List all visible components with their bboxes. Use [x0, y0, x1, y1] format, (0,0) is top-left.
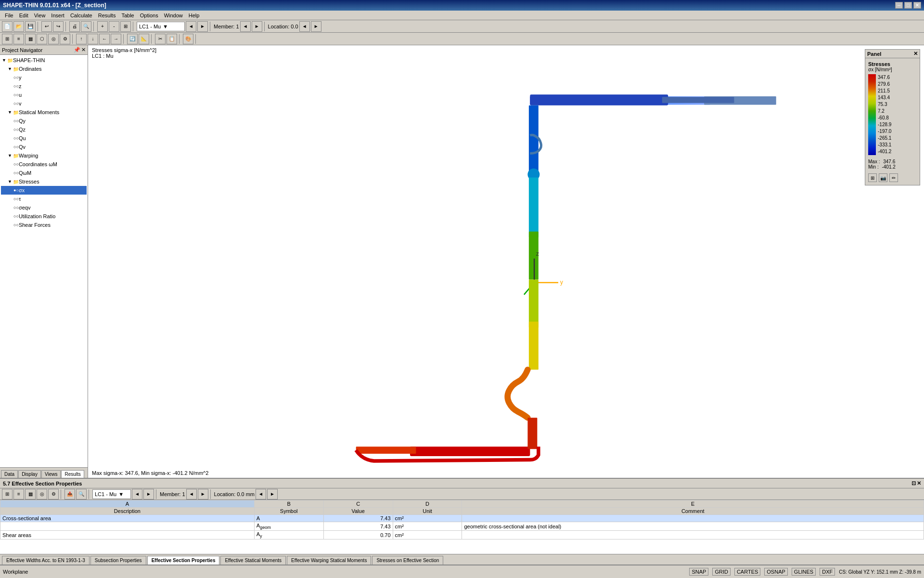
tb2-btn2[interactable]: ≡ — [13, 34, 24, 44]
tb2-colorscale[interactable]: 🎨 — [183, 34, 193, 44]
menu-window[interactable]: Window — [161, 12, 186, 19]
new-button[interactable]: 📄 — [2, 21, 13, 32]
btab-4[interactable]: Effective Warping Statical Moments — [287, 556, 371, 565]
menu-options[interactable]: Options — [137, 12, 161, 19]
tab-display[interactable]: Display — [18, 470, 41, 478]
btb-prev-member[interactable]: ◄ — [186, 489, 197, 499]
menu-help[interactable]: Help — [186, 12, 203, 19]
tab-views[interactable]: Views — [41, 470, 61, 478]
nav-statical-moments[interactable]: ▼ 📁 Statical Moments — [1, 108, 87, 117]
btb-next-member[interactable]: ► — [198, 489, 208, 499]
nav-ordinates[interactable]: ▼ 📁 Ordinates — [1, 65, 87, 73]
redo-button[interactable]: ↪ — [53, 21, 64, 32]
tb2-btn10[interactable]: → — [111, 34, 121, 44]
save-button[interactable]: 💾 — [25, 21, 36, 32]
btb-btn5[interactable]: ⚙ — [48, 489, 59, 499]
tb2-btn8[interactable]: ↓ — [88, 34, 98, 44]
nav-stress-seq[interactable]: ○ ○ σeqv — [1, 203, 87, 212]
tb2-btn7[interactable]: ↑ — [76, 34, 87, 44]
tb2-btn11[interactable]: 🔄 — [127, 34, 138, 44]
nav-warping[interactable]: ▼ 📁 Warping — [1, 151, 87, 160]
panel-icon2[interactable]: 📷 — [879, 173, 887, 182]
bottom-close[interactable]: ✕ — [917, 480, 921, 486]
fit-button[interactable]: ⊞ — [120, 21, 131, 32]
prev-member[interactable]: ◄ — [240, 21, 251, 32]
print-button[interactable]: 🖨 — [69, 21, 80, 32]
prev-loc[interactable]: ◄ — [299, 21, 310, 32]
next-member[interactable]: ► — [252, 21, 262, 32]
nav-warp-coord[interactable]: ○ ○ Coordinates ωM — [1, 160, 87, 169]
open-button[interactable]: 📂 — [13, 21, 24, 32]
nav-pin[interactable]: 📌 — [74, 47, 80, 53]
tab-data[interactable]: Data — [1, 470, 18, 478]
next-loc[interactable]: ► — [311, 21, 321, 32]
nav-close[interactable]: ✕ — [81, 47, 86, 53]
nav-sm-qz[interactable]: ○ ○ Qz — [1, 125, 87, 134]
btb-loadcase[interactable]: LC1 - Mu ▼ — [92, 489, 131, 499]
btab-3[interactable]: Effective Statical Moments — [220, 556, 286, 565]
tb2-btn3[interactable]: ▦ — [25, 34, 36, 44]
nav-sm-qy[interactable]: ○ ○ Qy — [1, 117, 87, 125]
btb-btn6[interactable]: 📤 — [64, 489, 75, 499]
preview-button[interactable]: 🔍 — [81, 21, 91, 32]
snap-btn[interactable]: SNAP — [689, 568, 708, 576]
zoom-out[interactable]: - — [109, 21, 119, 32]
dxf-btn[interactable]: DXF — [820, 568, 835, 576]
tb2-btn4[interactable]: ⬡ — [37, 34, 47, 44]
glines-btn[interactable]: GLINES — [792, 568, 816, 576]
nav-stress-sx[interactable]: ● ○ σx — [1, 186, 87, 195]
btb-prev-lc[interactable]: ◄ — [132, 489, 142, 499]
sm-toggle[interactable]: ▼ — [8, 110, 12, 115]
cartes-btn[interactable]: CARTES — [734, 568, 760, 576]
grid-btn[interactable]: GRID — [712, 568, 731, 576]
nav-ord-z[interactable]: ○ ○ z — [1, 82, 87, 91]
btb-btn2[interactable]: ≡ — [13, 489, 24, 499]
nav-root[interactable]: ▼ 📁 SHAPE-THIN — [1, 56, 87, 65]
btab-2[interactable]: Effective Section Properties — [147, 556, 220, 565]
panel-icon1[interactable]: ⊞ — [868, 173, 877, 182]
nav-stress-t[interactable]: ○ ○ τ — [1, 195, 87, 203]
ord-toggle[interactable]: ▼ — [8, 66, 12, 71]
btb-next-loc[interactable]: ► — [267, 489, 278, 499]
tb2-btn6[interactable]: ⚙ — [60, 34, 70, 44]
minimize-button[interactable]: ─ — [895, 2, 903, 9]
next-lc[interactable]: ► — [197, 21, 208, 32]
bottom-float[interactable]: ⊡ — [911, 480, 916, 486]
nav-util-ratio[interactable]: ○ ○ Utilization Ratio — [1, 212, 87, 221]
warp-toggle[interactable]: ▼ — [8, 153, 12, 158]
zoom-in[interactable]: + — [97, 21, 108, 32]
nav-shear-forces[interactable]: ○ ○ Shear Forces — [1, 221, 87, 229]
nav-sm-qv[interactable]: ○ ○ Qv — [1, 143, 87, 151]
undo-button[interactable]: ↩ — [41, 21, 52, 32]
btb-btn1[interactable]: ⊞ — [2, 489, 13, 499]
bottom-table-container[interactable]: A B C D E Description Symbol Value Unit … — [0, 500, 924, 554]
tb2-btn5[interactable]: ◎ — [48, 34, 59, 44]
menu-view[interactable]: View — [31, 12, 49, 19]
nav-warp-qom[interactable]: ○ ○ QωM — [1, 169, 87, 177]
nav-sm-qu[interactable]: ○ ○ Qu — [1, 134, 87, 143]
menu-edit[interactable]: Edit — [16, 12, 31, 19]
loadcase-dropdown[interactable]: LC1 - Mu ▼ — [137, 22, 185, 31]
panel-close[interactable]: ✕ — [913, 51, 918, 57]
tb2-btn9[interactable]: ← — [99, 34, 110, 44]
btb-btn7[interactable]: 🔍 — [76, 489, 87, 499]
btb-next-lc[interactable]: ► — [143, 489, 154, 499]
panel-icon3[interactable]: ✏ — [889, 173, 898, 182]
tb2-btn13[interactable]: ✂ — [155, 34, 166, 44]
menu-file[interactable]: File — [2, 12, 16, 19]
tab-results[interactable]: Results — [61, 470, 84, 478]
nav-ord-v[interactable]: ○ ○ v — [1, 99, 87, 108]
close-button[interactable]: ✕ — [913, 2, 921, 9]
btb-prev-loc[interactable]: ◄ — [256, 489, 266, 499]
nav-stresses[interactable]: ▼ 📁 Stresses — [1, 177, 87, 186]
tb2-btn14[interactable]: 📋 — [167, 34, 177, 44]
menu-insert[interactable]: Insert — [48, 12, 67, 19]
nav-ord-y[interactable]: ○ ○ y — [1, 73, 87, 82]
root-toggle[interactable]: ▼ — [2, 58, 6, 63]
maximize-button[interactable]: □ — [904, 2, 912, 9]
btab-5[interactable]: Stresses on Effective Section — [372, 556, 443, 565]
btab-0[interactable]: Effective Widths Acc. to EN 1993-1-3 — [2, 556, 90, 565]
btab-1[interactable]: Subsection Properties — [90, 556, 146, 565]
prev-lc[interactable]: ◄ — [186, 21, 196, 32]
tb2-btn12[interactable]: 📐 — [139, 34, 149, 44]
